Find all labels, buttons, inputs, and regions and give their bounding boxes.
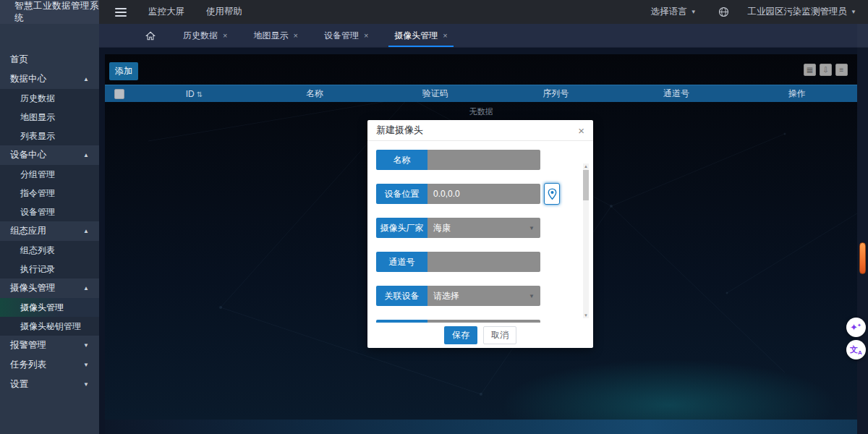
- close-icon[interactable]: ×: [443, 31, 447, 40]
- nav-item-help[interactable]: 使用帮助: [206, 6, 242, 18]
- form-row-location: 设备位置 0.0,0.0: [376, 184, 540, 204]
- save-button[interactable]: 保存: [444, 326, 477, 344]
- close-icon[interactable]: ×: [293, 31, 297, 40]
- nav-item-monitor-screen[interactable]: 监控大屏: [148, 6, 184, 18]
- chevron-down-icon: ▼: [83, 381, 89, 388]
- hamburger-menu-icon[interactable]: [115, 6, 127, 19]
- ai-assistant-button[interactable]: ✦✦: [846, 318, 866, 337]
- cancel-button[interactable]: 取消: [483, 326, 516, 344]
- sidebar-group-data-center[interactable]: 数据中心▲: [0, 69, 99, 89]
- column-header-id[interactable]: ID⇅: [134, 89, 255, 99]
- form-row-name: 名称: [376, 150, 540, 170]
- table-tools: ▦ ⇩ ≡: [804, 64, 848, 76]
- close-icon[interactable]: ×: [223, 31, 227, 40]
- linked-device-select[interactable]: 请选择▼: [427, 286, 540, 306]
- sidebar-item-execution-record[interactable]: 执行记录: [0, 260, 99, 278]
- modal-scrollbar-thumb[interactable]: [583, 170, 589, 200]
- export-icon[interactable]: ⇩: [820, 64, 832, 76]
- sidebar-group-device-center[interactable]: 设备中心▲: [0, 145, 99, 165]
- sidebar-item-camera-secret-management[interactable]: 摄像头秘钥管理: [0, 317, 99, 336]
- top-bar: 智慧工业数据管理系统 监控大屏 使用帮助 选择语言 ▼ 工业园区污染监测管理员 …: [0, 0, 868, 24]
- form-row-linked-device: 关联设备 请选择▼: [376, 286, 540, 306]
- close-icon[interactable]: ×: [364, 31, 368, 40]
- chevron-up-icon: ▲: [83, 228, 89, 234]
- sparkles-icon: ✦✦: [850, 322, 862, 333]
- tab-device-management[interactable]: 设备管理×: [315, 24, 377, 47]
- column-header-serial[interactable]: 序列号: [495, 88, 616, 100]
- sidebar-group-settings[interactable]: 设置▼: [0, 375, 99, 394]
- sidebar-item-command-management[interactable]: 指令管理: [0, 184, 99, 203]
- sidebar-group-task-list[interactable]: 任务列表▼: [0, 355, 99, 375]
- tab-camera-management[interactable]: 摄像头管理×: [386, 24, 456, 47]
- field-label-location: 设备位置: [376, 184, 427, 204]
- page-scrollbar-thumb[interactable]: [859, 242, 866, 274]
- sidebar-item-map-display[interactable]: 地图显示: [0, 108, 99, 127]
- scroll-up-icon[interactable]: ▲: [583, 164, 589, 169]
- language-label: 选择语言: [651, 6, 687, 18]
- chevron-up-icon: ▲: [83, 285, 89, 292]
- location-input[interactable]: 0.0,0.0: [427, 184, 540, 204]
- page-scrollbar[interactable]: [857, 24, 868, 434]
- chevron-down-icon: ▼: [529, 293, 535, 299]
- form-row-partial: [376, 320, 540, 323]
- sidebar-item-camera-management[interactable]: 摄像头管理: [0, 298, 99, 317]
- top-bar-right: 选择语言 ▼ 工业园区污染监测管理员 ▼: [651, 0, 868, 24]
- sidebar-group-configuration-app[interactable]: 组态应用▲: [0, 221, 99, 241]
- globe-icon[interactable]: [718, 7, 729, 17]
- location-pin-button[interactable]: [544, 183, 560, 205]
- modal-footer: 保存 取消: [367, 323, 593, 347]
- column-header-name[interactable]: 名称: [255, 88, 375, 100]
- sidebar-item-list-display[interactable]: 列表显示: [0, 127, 99, 145]
- modal-body: 名称 设备位置 0.0,0.0 摄像头厂家 海康▼ 通道号 关联设备 请选择▼ …: [367, 141, 593, 323]
- modal-title: 新建摄像头: [376, 124, 423, 137]
- field-label-channel: 通道号: [376, 252, 427, 272]
- chevron-down-icon: ▼: [851, 9, 856, 15]
- add-button[interactable]: 添加: [109, 62, 138, 80]
- home-icon: [145, 31, 156, 41]
- sidebar: 首页 数据中心▲ 历史数据 地图显示 列表显示 设备中心▲ 分组管理 指令管理 …: [0, 24, 99, 434]
- sidebar-item-history-data[interactable]: 历史数据: [0, 89, 99, 108]
- chevron-down-icon: ▼: [529, 225, 535, 231]
- translate-button[interactable]: 文A: [846, 340, 866, 359]
- chevron-down-icon: ▼: [83, 342, 89, 349]
- tab-bar: 历史数据× 地图显示× 设备管理× 摄像头管理×: [99, 24, 868, 48]
- user-menu[interactable]: 工业园区污染监测管理员 ▼: [748, 6, 856, 18]
- sidebar-group-camera-management[interactable]: 摄像头管理▲: [0, 278, 99, 298]
- columns-icon[interactable]: ▦: [804, 64, 816, 76]
- sidebar-group-alarm-management[interactable]: 报警管理▼: [0, 336, 99, 355]
- translate-icon: 文A: [850, 344, 862, 355]
- list-icon[interactable]: ≡: [835, 64, 848, 76]
- sidebar-item-device-management[interactable]: 设备管理: [0, 203, 99, 221]
- form-row-manufacturer: 摄像头厂家 海康▼: [376, 218, 540, 238]
- sidebar-item-configuration-list[interactable]: 组态列表: [0, 241, 99, 260]
- sidebar-item-group-management[interactable]: 分组管理: [0, 165, 99, 184]
- language-select[interactable]: 选择语言 ▼: [651, 6, 697, 18]
- sort-icon[interactable]: ⇅: [197, 90, 203, 98]
- channel-input[interactable]: [427, 252, 540, 272]
- scroll-down-icon[interactable]: ▼: [583, 313, 589, 318]
- tab-home[interactable]: [135, 24, 166, 47]
- close-icon[interactable]: ×: [578, 125, 584, 136]
- select-all-checkbox[interactable]: [114, 89, 124, 99]
- column-header-actions[interactable]: 操作: [736, 88, 857, 100]
- table-header: ID⇅ 名称 验证码 序列号 通道号 操作: [105, 85, 857, 102]
- chevron-down-icon: ▼: [691, 9, 697, 15]
- tab-history-data[interactable]: 历史数据×: [174, 24, 236, 47]
- field-label-manufacturer: 摄像头厂家: [376, 218, 427, 238]
- modal-scrollbar[interactable]: ▲ ▼: [583, 163, 589, 318]
- app-logo: 智慧工业数据管理系统: [0, 0, 99, 24]
- sidebar-item-home[interactable]: 首页: [0, 50, 99, 69]
- field-label-linked-device: 关联设备: [376, 286, 427, 306]
- chevron-up-icon: ▲: [83, 76, 89, 82]
- top-nav: 监控大屏 使用帮助: [99, 0, 242, 24]
- table-empty-text: 无数据: [105, 106, 857, 117]
- modal-header: 新建摄像头 ×: [367, 120, 593, 141]
- manufacturer-select[interactable]: 海康▼: [427, 218, 540, 238]
- chevron-down-icon: ▼: [83, 362, 89, 368]
- tab-map-display[interactable]: 地图显示×: [244, 24, 306, 47]
- location-pin-icon: [548, 188, 557, 200]
- form-row-channel: 通道号: [376, 252, 540, 272]
- name-input[interactable]: [427, 150, 540, 170]
- column-header-verify-code[interactable]: 验证码: [375, 88, 495, 100]
- column-header-channel[interactable]: 通道号: [616, 88, 737, 100]
